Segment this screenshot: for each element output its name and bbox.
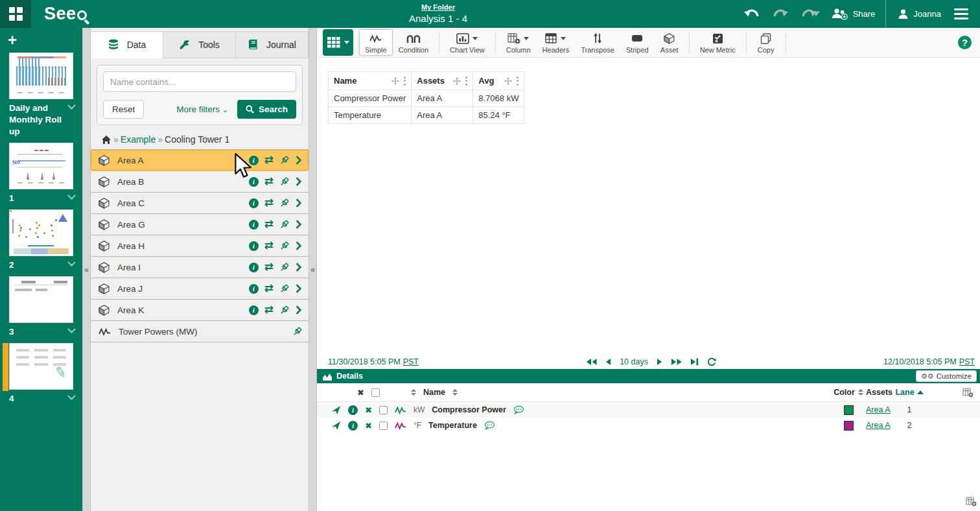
toolbar-condition-button[interactable]: Condition [393, 29, 434, 56]
send-to-view-icon[interactable] [331, 405, 341, 415]
worksheet-thumbnail-2[interactable]: No [9, 143, 73, 189]
column-menu-icon[interactable] [517, 77, 519, 86]
refresh-icon[interactable] [707, 357, 716, 366]
chevron-down-icon[interactable] [67, 261, 76, 267]
toolbar-new-metric-button[interactable]: New Metric [694, 29, 741, 56]
move-column-icon[interactable] [391, 77, 399, 85]
asset-row-area-c[interactable]: Area C i ⇄ [91, 193, 309, 214]
worksheet-thumbnail-1[interactable] [9, 53, 73, 99]
info-icon[interactable]: i [249, 263, 259, 272]
range-start[interactable]: 11/30/2018 5:05 PMPST [328, 357, 419, 366]
asset-row-area-b[interactable]: Area B i ⇄ [91, 171, 309, 193]
asset-row-area-i[interactable]: Area I i ⇄ [91, 257, 309, 278]
more-filters-link[interactable]: More filters ⌄ [176, 104, 228, 114]
asset-row-area-k[interactable]: Area K i ⇄ [91, 300, 309, 321]
move-column-icon[interactable] [453, 77, 461, 85]
hamburger-menu-icon[interactable] [954, 8, 968, 20]
worksheet-label-5[interactable]: 4 [0, 390, 82, 410]
pin-icon[interactable] [279, 220, 289, 230]
worksheet-label-2[interactable]: 1 [0, 189, 82, 209]
end-timezone-link[interactable]: PST [959, 357, 975, 366]
chevron-right-icon[interactable] [295, 198, 302, 208]
remove-signal-icon[interactable]: ✖ [365, 405, 372, 415]
swap-asset-icon[interactable]: ⇄ [264, 263, 274, 272]
collapse-sidebar-handle[interactable]: « [82, 28, 91, 511]
add-worksheet-button[interactable]: + [8, 33, 21, 47]
swap-asset-icon[interactable]: ⇄ [264, 220, 274, 229]
swap-asset-icon[interactable]: ⇄ [264, 305, 274, 315]
chevron-right-icon[interactable] [295, 220, 302, 229]
step-forward-fast-icon[interactable] [671, 358, 682, 366]
toolbar-headers-button[interactable]: Headers [537, 29, 576, 56]
chevron-down-icon[interactable] [67, 328, 76, 333]
toolbar-simple-button[interactable]: Simple [359, 29, 393, 56]
asset-row-area-a[interactable]: Area A i ⇄ [91, 150, 309, 171]
reset-button[interactable]: Reset [103, 100, 144, 119]
tab-data[interactable]: Data [91, 31, 163, 58]
column-menu-icon[interactable] [465, 77, 467, 86]
info-icon[interactable]: i [249, 220, 259, 230]
asset-link[interactable]: Area A [866, 405, 891, 414]
info-icon[interactable]: i [348, 405, 358, 415]
comment-bubble-icon[interactable] [484, 421, 495, 430]
asset-row-area-h[interactable]: Area H i ⇄ [91, 235, 309, 257]
chevron-right-icon[interactable] [295, 284, 302, 293]
chevron-down-icon[interactable] [67, 395, 76, 400]
info-icon[interactable]: i [249, 198, 259, 208]
info-icon[interactable]: i [249, 156, 259, 165]
pin-icon[interactable] [279, 156, 289, 165]
tab-tools[interactable]: Tools [163, 31, 236, 58]
worksheet-thumbnail-5[interactable]: ✎ [9, 343, 73, 390]
details-column-assets[interactable]: Assets [866, 388, 894, 397]
color-swatch[interactable] [844, 405, 854, 415]
remove-all-icon[interactable]: ✖ [357, 388, 364, 398]
swap-asset-icon[interactable]: ⇄ [264, 198, 274, 208]
select-all-checkbox[interactable] [371, 388, 380, 397]
sort-icon[interactable] [411, 389, 416, 396]
worksheet-thumbnail-4[interactable] [9, 276, 73, 323]
home-icon[interactable] [101, 135, 111, 145]
view-selector-button[interactable] [323, 29, 353, 56]
worksheet-thumbnail-3[interactable] [9, 209, 73, 256]
chevron-down-icon[interactable] [67, 195, 76, 200]
step-forward-icon[interactable] [657, 358, 662, 366]
redo-all-icon[interactable] [800, 8, 820, 21]
collapse-data-panel-handle[interactable]: « [309, 28, 317, 511]
swap-asset-icon[interactable]: ⇄ [264, 284, 274, 293]
info-icon[interactable]: i [249, 177, 259, 187]
swap-asset-icon[interactable]: ⇄ [264, 177, 274, 186]
pin-icon[interactable] [279, 263, 289, 272]
worksheet-label-4[interactable]: 3 [0, 323, 82, 343]
chevron-down-icon[interactable] [67, 104, 76, 110]
row-checkbox[interactable] [379, 406, 388, 414]
pin-icon[interactable] [279, 284, 289, 294]
color-swatch[interactable] [844, 421, 854, 431]
sort-icon[interactable] [452, 389, 458, 396]
chevron-right-icon[interactable] [295, 241, 302, 250]
swap-asset-icon[interactable]: ⇄ [264, 241, 274, 250]
chevron-right-icon[interactable] [295, 305, 302, 315]
info-icon[interactable]: i [249, 241, 259, 251]
toolbar-asset-button[interactable]: Asset [655, 29, 684, 56]
remove-signal-icon[interactable]: ✖ [365, 421, 372, 431]
step-to-end-icon[interactable] [690, 358, 699, 366]
share-button[interactable]: Share [831, 8, 876, 20]
help-button[interactable]: ? [958, 36, 972, 49]
sort-icon[interactable] [858, 389, 863, 396]
details-column-lane[interactable]: Lane [895, 388, 914, 397]
column-header-name[interactable]: Name [329, 72, 412, 90]
toolbar-column-button[interactable]: Column [500, 29, 537, 56]
undo-icon[interactable] [743, 8, 760, 21]
signal-name[interactable]: Compressor Power [432, 405, 506, 414]
tab-journal[interactable]: Journal [236, 31, 309, 58]
info-icon[interactable]: i [249, 305, 259, 315]
send-to-view-icon[interactable] [331, 421, 341, 431]
details-column-color[interactable]: Color [834, 388, 855, 397]
toolbar-chart-view-button[interactable]: Chart View [444, 29, 491, 56]
row-checkbox[interactable] [379, 422, 388, 430]
pin-icon[interactable] [279, 305, 289, 315]
move-column-icon[interactable] [504, 77, 512, 85]
search-input[interactable] [103, 71, 296, 92]
search-button[interactable]: Search [237, 100, 296, 119]
worksheet-label-1[interactable]: Daily and Monthly Roll up [0, 99, 82, 143]
